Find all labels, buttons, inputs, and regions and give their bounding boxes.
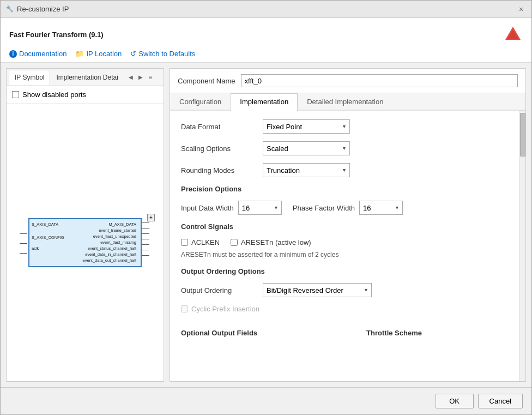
rounding-modes-select-wrapper: Truncation Round to Even	[263, 163, 350, 177]
cancel-button[interactable]: Cancel	[478, 394, 523, 408]
aclken-label: ACLKEN	[191, 238, 220, 246]
tab-menu-icon[interactable]: ≡	[146, 73, 155, 82]
rc7	[142, 255, 149, 256]
refresh-icon: ↺	[130, 50, 136, 58]
port-label-s-axis-config: S_AXIS_CONFIG	[32, 234, 64, 240]
tab-implementation[interactable]: Implementation	[231, 93, 298, 111]
cyclic-prefix-row: Cyclic Prefix Insertion	[181, 305, 508, 313]
ip-block-container: M_AXIS_DATA event_frame_started event_tl…	[20, 218, 150, 267]
optional-output-fields-label: Optional Output Fields	[181, 329, 257, 337]
tab-detailed-implementation[interactable]: Detailed Implementation	[298, 93, 392, 110]
show-disabled-label: Show disabled ports	[22, 91, 86, 99]
component-name-row: Component Name	[170, 69, 525, 93]
aresetn-item: ARESETn (active low)	[231, 238, 311, 246]
folder-icon: 📁	[75, 50, 84, 58]
rc5	[142, 244, 149, 245]
right-panel-inner: Data Format Fixed Point Floating Point B…	[170, 111, 525, 381]
info-icon: i	[9, 50, 17, 58]
tab-impl-detail[interactable]: Implementation Detai	[50, 70, 124, 85]
cyclic-prefix-checkbox[interactable]	[181, 305, 188, 312]
close-button[interactable]: ×	[516, 4, 526, 14]
aclken-checkbox[interactable]	[181, 239, 188, 246]
scaling-options-row: Scaling Options Scaled Unscaled Block Fl…	[181, 141, 508, 155]
ip-symbol-area: M_AXIS_DATA event_frame_started event_tl…	[7, 104, 164, 381]
header-title-row: Fast Fourier Transform (9.1)	[9, 25, 523, 44]
output-ordering-section: Output Ordering Options Output Ordering …	[181, 267, 508, 313]
scaling-options-select-wrapper: Scaled Unscaled Block Floating Point	[263, 141, 350, 155]
precision-title: Precision Options	[181, 185, 508, 193]
port-label-aclk: aclk	[32, 245, 64, 251]
connector-s-axis-config	[20, 243, 27, 244]
ip-diagram: M_AXIS_DATA event_frame_started event_tl…	[20, 218, 150, 267]
output-ordering-select[interactable]: Bit/Digit Reversed Order Natural Order	[263, 283, 372, 297]
tab-ip-symbol[interactable]: IP Symbol	[9, 70, 50, 85]
component-name-label: Component Name	[178, 77, 235, 85]
component-name-input[interactable]	[241, 74, 518, 87]
ok-button[interactable]: OK	[436, 394, 474, 408]
port-event-data-in: event_data_in_channel_halt	[32, 251, 137, 257]
tab-content-area: Data Format Fixed Point Floating Point B…	[170, 111, 519, 381]
input-data-width-select[interactable]: 8 16 24 32	[238, 201, 282, 215]
expand-button[interactable]: +	[147, 214, 155, 221]
port-label-s-axis-data: S_AXIS_DATA	[32, 221, 64, 227]
phase-factor-width-label: Phase Factor Width	[293, 204, 355, 212]
output-ordering-title: Output Ordering Options	[181, 267, 508, 275]
scrollbar-thumb[interactable]	[520, 113, 525, 157]
ip-left-ports: S_AXIS_DATA S_AXIS_CONFIG aclk	[32, 221, 64, 251]
rounding-modes-label: Rounding Modes	[181, 166, 257, 175]
show-disabled-checkbox[interactable]	[12, 91, 19, 98]
ip-location-link[interactable]: 📁 IP Location	[75, 50, 122, 58]
port-event-data-out: event_data_out_channel_halt	[32, 257, 137, 263]
tab-next-arrow[interactable]: ▶	[136, 73, 145, 82]
aresetn-label: ARESETn (active low)	[241, 238, 311, 246]
rounding-modes-select[interactable]: Truncation Round to Even	[263, 163, 350, 177]
titlebar: 🔧 Re-customize IP ×	[1, 1, 531, 18]
rc2	[142, 228, 149, 228]
switch-to-defaults-link[interactable]: ↺ Switch to Defaults	[130, 50, 195, 58]
control-signals-checkboxes: ACLKEN ARESETn (active low)	[181, 238, 508, 246]
documentation-link[interactable]: i Documentation	[9, 50, 66, 58]
scaling-options-label: Scaling Options	[181, 145, 257, 153]
output-ordering-row: Output Ordering Bit/Digit Reversed Order…	[181, 283, 508, 297]
tab-content: Data Format Fixed Point Floating Point B…	[170, 111, 519, 346]
optional-throttle-row: Optional Output Fields Throttle Scheme	[181, 322, 508, 337]
right-panel: Component Name Configuration Implementat…	[170, 68, 526, 382]
connector-s-axis-data	[20, 233, 27, 234]
titlebar-left: 🔧 Re-customize IP	[6, 5, 69, 13]
main-window: 🔧 Re-customize IP × Fast Fourier Transfo…	[0, 0, 532, 415]
output-ordering-select-wrapper: Bit/Digit Reversed Order Natural Order	[263, 283, 372, 297]
aclken-item: ACLKEN	[181, 238, 220, 246]
footer: OK Cancel	[1, 387, 531, 414]
control-signals-section: Control Signals ACLKEN ARESETn (active l…	[181, 222, 508, 258]
data-format-row: Data Format Fixed Point Floating Point B…	[181, 119, 508, 134]
aresetn-checkbox[interactable]	[231, 239, 238, 246]
window-title: Re-customize IP	[17, 5, 69, 13]
rc3	[142, 233, 149, 234]
ip-main-box: M_AXIS_DATA event_frame_started event_tl…	[28, 218, 142, 267]
aresetn-note: ARESETn must be asserted for a minimum o…	[181, 251, 508, 258]
data-format-select[interactable]: Fixed Point Floating Point Block Floatin…	[263, 119, 350, 134]
input-data-width-label: Input Data Width	[181, 204, 234, 212]
tab-configuration[interactable]: Configuration	[170, 93, 231, 110]
data-format-select-wrapper: Fixed Point Floating Point Block Floatin…	[263, 119, 350, 134]
left-panel: IP Symbol Implementation Detai ◀ ▶ ≡ Sho…	[6, 68, 164, 382]
cyclic-prefix-label: Cyclic Prefix Insertion	[191, 305, 259, 313]
output-ordering-label: Output Ordering	[181, 286, 257, 294]
phase-factor-width-select-wrapper: 8 16 24 32	[359, 201, 403, 215]
rounding-modes-row: Rounding Modes Truncation Round to Even	[181, 163, 508, 177]
precision-section: Precision Options Input Data Width 8 16 …	[181, 185, 508, 215]
tab-prev-arrow[interactable]: ◀	[126, 73, 135, 82]
scrollbar-track	[519, 111, 525, 381]
scaling-options-select[interactable]: Scaled Unscaled Block Floating Point	[263, 141, 350, 155]
connector-aclk	[20, 253, 27, 254]
page-title: Fast Fourier Transform (9.1)	[9, 31, 104, 39]
left-panel-tabs: IP Symbol Implementation Detai ◀ ▶ ≡	[7, 69, 164, 86]
phase-factor-width-select[interactable]: 8 16 24 32	[359, 201, 403, 215]
input-data-width-item: Input Data Width 8 16 24 32	[181, 201, 282, 215]
rc4	[142, 239, 149, 239]
precision-row: Input Data Width 8 16 24 32	[181, 201, 508, 215]
show-disabled-row: Show disabled ports	[7, 86, 164, 104]
header: Fast Fourier Transform (9.1) i Documenta…	[1, 18, 531, 63]
phase-factor-width-item: Phase Factor Width 8 16 24 32	[293, 201, 403, 215]
rc1	[142, 222, 149, 223]
